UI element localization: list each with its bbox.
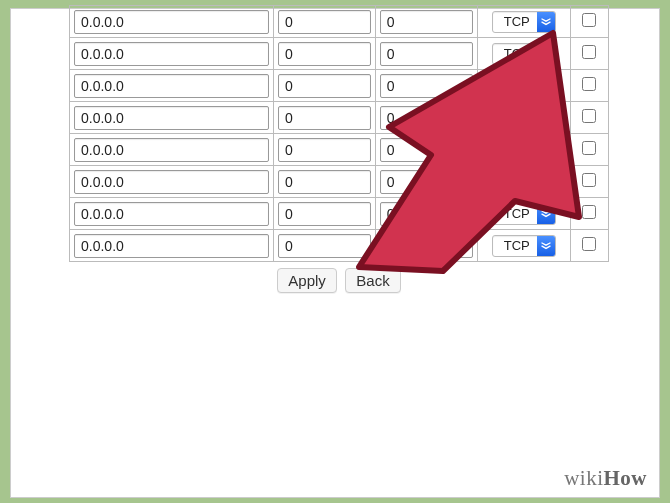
back-button[interactable]: Back bbox=[345, 268, 400, 293]
ip-input[interactable] bbox=[74, 10, 269, 34]
ip-input[interactable] bbox=[74, 138, 269, 162]
form-buttons: Apply Back bbox=[69, 268, 609, 293]
table-row: TCP bbox=[70, 102, 609, 134]
enable-checkbox[interactable] bbox=[582, 13, 596, 27]
port-start-input[interactable] bbox=[278, 170, 371, 194]
enable-checkbox[interactable] bbox=[582, 141, 596, 155]
chevron-down-icon bbox=[537, 172, 555, 192]
protocol-select[interactable]: TCP bbox=[492, 235, 556, 257]
protocol-select[interactable]: TCP bbox=[492, 107, 556, 129]
table-row: TCP bbox=[70, 70, 609, 102]
enable-checkbox[interactable] bbox=[582, 237, 596, 251]
chevron-down-icon bbox=[537, 236, 555, 256]
port-end-input[interactable] bbox=[380, 170, 473, 194]
port-end-input[interactable] bbox=[380, 234, 473, 258]
port-end-input[interactable] bbox=[380, 138, 473, 162]
protocol-select[interactable]: TCP bbox=[492, 203, 556, 225]
ip-input[interactable] bbox=[74, 170, 269, 194]
port-end-input[interactable] bbox=[380, 10, 473, 34]
chevron-down-icon bbox=[537, 44, 555, 64]
table-row: TCP bbox=[70, 198, 609, 230]
enable-checkbox[interactable] bbox=[582, 109, 596, 123]
port-start-input[interactable] bbox=[278, 42, 371, 66]
protocol-select[interactable]: TCP bbox=[492, 171, 556, 193]
enable-checkbox[interactable] bbox=[582, 45, 596, 59]
enable-checkbox[interactable] bbox=[582, 205, 596, 219]
protocol-select[interactable]: TCP bbox=[492, 139, 556, 161]
content-area: TCPTCPTCPTCPTCPTCPTCPTCP Apply Back bbox=[69, 5, 609, 293]
protocol-select[interactable]: TCP bbox=[492, 75, 556, 97]
protocol-value: TCP bbox=[493, 46, 537, 61]
apply-button[interactable]: Apply bbox=[277, 268, 337, 293]
table-row: TCP bbox=[70, 6, 609, 38]
port-end-input[interactable] bbox=[380, 202, 473, 226]
ip-input[interactable] bbox=[74, 42, 269, 66]
watermark-prefix: wiki bbox=[564, 466, 603, 490]
chevron-down-icon bbox=[537, 140, 555, 160]
ip-input[interactable] bbox=[74, 202, 269, 226]
table-row: TCP bbox=[70, 230, 609, 262]
chevron-down-icon bbox=[537, 76, 555, 96]
port-start-input[interactable] bbox=[278, 74, 371, 98]
port-end-input[interactable] bbox=[380, 74, 473, 98]
chevron-down-icon bbox=[537, 204, 555, 224]
protocol-value: TCP bbox=[493, 142, 537, 157]
table-row: TCP bbox=[70, 38, 609, 70]
ip-input[interactable] bbox=[74, 106, 269, 130]
chevron-down-icon bbox=[537, 12, 555, 32]
protocol-value: TCP bbox=[493, 238, 537, 253]
watermark: wikiHow bbox=[564, 466, 647, 491]
port-start-input[interactable] bbox=[278, 202, 371, 226]
protocol-select[interactable]: TCP bbox=[492, 43, 556, 65]
port-forward-table: TCPTCPTCPTCPTCPTCPTCPTCP bbox=[69, 5, 609, 262]
table-row: TCP bbox=[70, 134, 609, 166]
protocol-select[interactable]: TCP bbox=[492, 11, 556, 33]
protocol-value: TCP bbox=[493, 14, 537, 29]
ip-input[interactable] bbox=[74, 74, 269, 98]
protocol-value: TCP bbox=[493, 206, 537, 221]
table-row: TCP bbox=[70, 166, 609, 198]
port-start-input[interactable] bbox=[278, 10, 371, 34]
ip-input[interactable] bbox=[74, 234, 269, 258]
port-start-input[interactable] bbox=[278, 106, 371, 130]
watermark-suffix: How bbox=[604, 466, 648, 490]
enable-checkbox[interactable] bbox=[582, 77, 596, 91]
chevron-down-icon bbox=[537, 108, 555, 128]
app-frame: TCPTCPTCPTCPTCPTCPTCPTCP Apply Back wiki… bbox=[10, 8, 660, 498]
port-end-input[interactable] bbox=[380, 106, 473, 130]
port-start-input[interactable] bbox=[278, 234, 371, 258]
port-end-input[interactable] bbox=[380, 42, 473, 66]
port-start-input[interactable] bbox=[278, 138, 371, 162]
protocol-value: TCP bbox=[493, 174, 537, 189]
enable-checkbox[interactable] bbox=[582, 173, 596, 187]
protocol-value: TCP bbox=[493, 78, 537, 93]
protocol-value: TCP bbox=[493, 110, 537, 125]
